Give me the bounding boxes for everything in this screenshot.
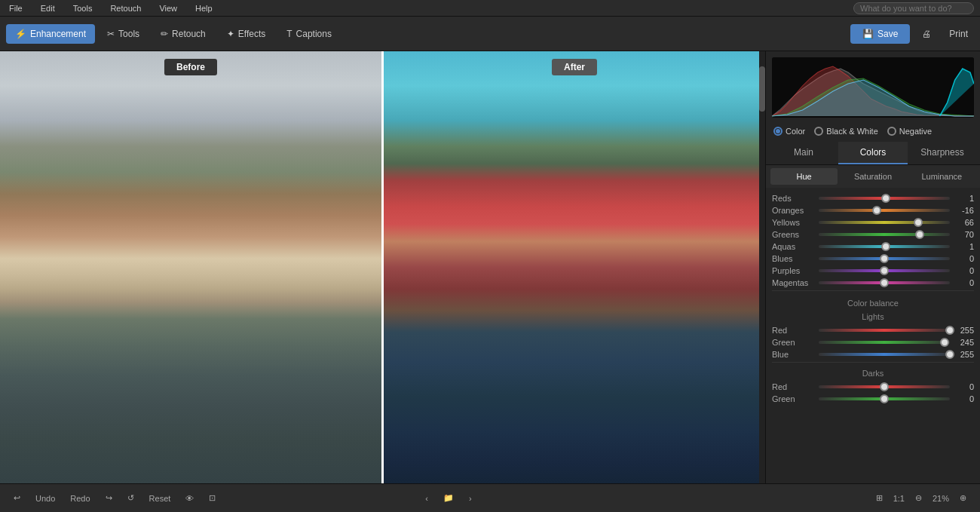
subtab-luminance[interactable]: Luminance [908, 168, 975, 185]
redo-button[interactable]: Redo [66, 492, 94, 505]
slider-value-green: 245 [953, 338, 974, 347]
slider-thumb-green[interactable] [880, 394, 889, 403]
tab-colors[interactable]: Colors [838, 142, 908, 164]
color-mode-bw[interactable]: Black & White [814, 127, 877, 136]
slider-label-magentas: Magentas [772, 278, 816, 287]
tool-tools[interactable]: ✂ Tools [98, 24, 149, 44]
menu-edit[interactable]: Edit [38, 2, 58, 14]
slider-label-red: Red [772, 382, 816, 391]
slider-track-green[interactable] [819, 397, 950, 400]
slider-track-oranges[interactable] [819, 209, 950, 212]
color-mode-negative[interactable]: Negative [887, 127, 932, 136]
subtab-hue[interactable]: Hue [770, 168, 838, 185]
slider-row: Purples0 [772, 266, 974, 275]
tab-main[interactable]: Main [769, 142, 838, 164]
slider-track-magentas[interactable] [819, 281, 950, 284]
undo-button[interactable]: Undo [31, 492, 60, 505]
bw-radio-dot [814, 127, 823, 136]
slider-thumb-blue[interactable] [945, 350, 954, 359]
sliders-section: Reds1Oranges-16Yellows66Greens70Aquas1Bl… [766, 188, 980, 483]
slider-label-greens: Greens [772, 230, 816, 239]
menu-view[interactable]: View [156, 2, 180, 14]
slider-track-purples[interactable] [819, 269, 950, 272]
image-scrollbar[interactable] [759, 51, 765, 483]
slider-label-green: Green [772, 338, 816, 347]
slider-thumb-blues[interactable] [880, 254, 889, 263]
next-button[interactable]: › [464, 492, 476, 505]
redo-icon[interactable]: ↪ [101, 491, 117, 505]
folder-button[interactable]: 📁 [439, 491, 458, 505]
slider-thumb-yellows[interactable] [914, 218, 923, 227]
print-button[interactable]: Print [943, 24, 974, 44]
color-radio-dot [773, 127, 782, 136]
slider-thumb-aquas[interactable] [881, 242, 890, 251]
print-icon[interactable]: 🖨 [916, 24, 937, 44]
fit-icon[interactable]: ⊞ [871, 491, 887, 505]
image-scrollbar-thumb[interactable] [759, 66, 765, 112]
darks-sliders: Red0Green0 [772, 382, 974, 403]
undo-icon[interactable]: ↩ [9, 491, 25, 505]
slider-thumb-greens[interactable] [915, 230, 924, 239]
subtab-saturation[interactable]: Saturation [839, 168, 906, 185]
save-button[interactable]: 💾 Save [850, 24, 910, 44]
before-label: Before [164, 59, 217, 75]
slider-row: Red255 [772, 326, 974, 335]
slider-thumb-reds[interactable] [881, 194, 890, 203]
slider-track-blues[interactable] [819, 257, 950, 260]
slider-track-red[interactable] [819, 329, 950, 332]
menu-help[interactable]: Help [192, 2, 216, 14]
tab-sharpness[interactable]: Sharpness [908, 142, 977, 164]
negative-radio-dot [887, 127, 896, 136]
slider-value-green: 0 [953, 394, 974, 403]
slider-value-aquas: 1 [953, 242, 974, 251]
save-area: 💾 Save 🖨 Print [850, 24, 974, 44]
compare-icon[interactable]: ⊡ [204, 491, 220, 505]
main-content: Before After [0, 51, 980, 483]
after-panel: After [384, 51, 765, 483]
bottom-center: ‹ 📁 › [421, 491, 476, 505]
slider-row: Reds1 [772, 194, 974, 203]
slider-label-oranges: Oranges [772, 206, 816, 215]
menu-file[interactable]: File [6, 2, 26, 14]
color-mode-color[interactable]: Color [773, 127, 805, 136]
slider-row: Aquas1 [772, 242, 974, 251]
slider-track-green[interactable] [819, 341, 950, 344]
bottom-right: ⊞ 1:1 ⊖ 21% ⊕ [871, 491, 971, 505]
slider-thumb-red[interactable] [945, 326, 954, 335]
tool-captions[interactable]: T Captions [277, 24, 341, 44]
slider-track-yellows[interactable] [819, 221, 950, 224]
slider-thumb-green[interactable] [940, 338, 949, 347]
reset-icon[interactable]: ↺ [123, 491, 139, 505]
toolbar: ⚡ Enhancement ✂ Tools ✏ Retouch ✦ Effect… [0, 17, 980, 51]
image-area: Before After [0, 51, 765, 483]
slider-track-blue[interactable] [819, 353, 950, 356]
zoom-in-icon[interactable]: ⊕ [955, 491, 971, 505]
zoom-out-icon[interactable]: ⊖ [911, 491, 926, 505]
slider-thumb-purples[interactable] [880, 266, 889, 275]
slider-label-green: Green [772, 394, 816, 403]
lights-title: Lights [772, 309, 974, 323]
menu-tools[interactable]: Tools [70, 2, 96, 14]
tool-retouch[interactable]: ✏ Retouch [152, 24, 215, 44]
slider-thumb-magentas[interactable] [880, 278, 889, 287]
slider-thumb-oranges[interactable] [872, 206, 881, 215]
slider-thumb-red[interactable] [880, 382, 889, 391]
after-label: After [552, 59, 597, 75]
slider-track-reds[interactable] [819, 197, 950, 200]
prev-button[interactable]: ‹ [421, 492, 433, 505]
tool-enhancement[interactable]: ⚡ Enhancement [6, 24, 95, 44]
slider-track-red[interactable] [819, 385, 950, 388]
eye-icon[interactable]: 👁 [181, 492, 198, 505]
captions-icon: T [286, 29, 292, 39]
slider-track-aquas[interactable] [819, 245, 950, 248]
tools-icon: ✂ [107, 29, 115, 39]
retouch-icon: ✏ [161, 29, 168, 39]
slider-row: Red0 [772, 382, 974, 391]
reset-button[interactable]: Reset [145, 492, 176, 505]
menu-retouch[interactable]: Retouch [107, 2, 144, 14]
slider-value-purples: 0 [953, 266, 974, 275]
slider-row: Oranges-16 [772, 206, 974, 215]
slider-track-greens[interactable] [819, 233, 950, 236]
tool-effects[interactable]: ✦ Effects [218, 24, 274, 44]
search-input[interactable] [853, 2, 974, 14]
